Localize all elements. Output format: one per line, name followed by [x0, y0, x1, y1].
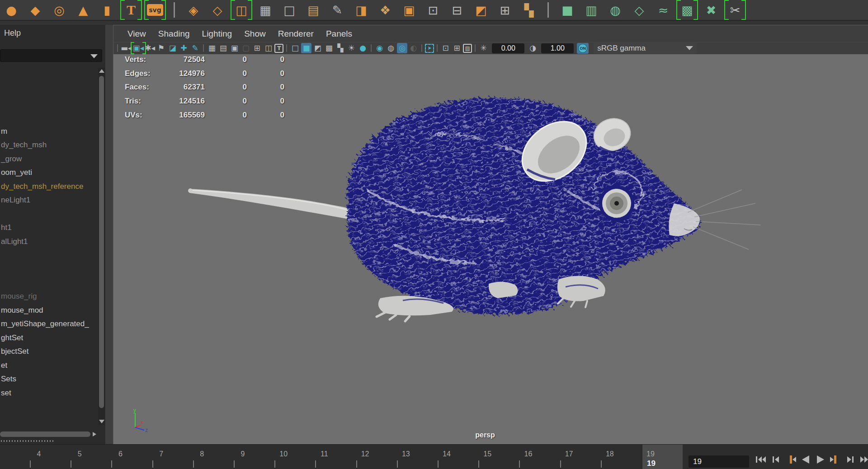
anti-aliasing-button[interactable]: ◎: [397, 43, 407, 53]
scrollbar-thumb[interactable]: [99, 76, 104, 408]
shelf-quill-pen-button[interactable]: ✎: [329, 1, 346, 19]
field-chart-button[interactable]: ⊞: [252, 43, 262, 53]
shelf-tile-squares-button[interactable]: ▚: [520, 1, 538, 19]
shelf-smooth-diamonds-button[interactable]: ❖: [377, 1, 394, 19]
step-forward-key-button[interactable]: [829, 454, 842, 465]
contrast-button[interactable]: ◑: [528, 43, 538, 53]
shelf-poly-cone-button[interactable]: ▲: [75, 1, 92, 19]
shadows-button[interactable]: ●: [358, 43, 368, 53]
time-slider[interactable]: 19 345678910111213141516171819 19: [0, 444, 868, 469]
depth-of-field-button[interactable]: ◐: [408, 43, 419, 53]
scroll-down-icon[interactable]: [99, 420, 104, 423]
outliner-item-ghtset[interactable]: ghtSet: [1, 333, 23, 347]
outliner-item-sets[interactable]: Sets: [1, 375, 16, 388]
film-gate-button[interactable]: ▤: [218, 43, 228, 53]
shelf-extrude-button[interactable]: ◨: [353, 1, 370, 19]
outliner-item-mouse-rig[interactable]: mouse_rig: [1, 292, 37, 305]
shelf-uv-checker-button[interactable]: ▩: [679, 1, 696, 19]
scroll-right-icon[interactable]: [93, 432, 96, 436]
shelf-separate-button[interactable]: ◇: [209, 1, 226, 19]
shelf-uv-plane-button[interactable]: ■: [559, 1, 576, 19]
gamma-field[interactable]: 1.00: [541, 43, 574, 53]
step-back-frame-button[interactable]: [769, 454, 783, 465]
shelf-poly-torus-button[interactable]: ◎: [51, 1, 68, 19]
current-frame-field[interactable]: 19: [689, 455, 749, 468]
motion-blur-button[interactable]: ◍: [386, 43, 396, 53]
shelf-uv-cylinder-button[interactable]: ▥: [583, 1, 600, 19]
exposure-field[interactable]: 0.00: [492, 43, 524, 53]
shelf-uv-sphere-button[interactable]: ◍: [607, 1, 624, 19]
outliner-item-bjectset[interactable]: bjectSet: [1, 347, 28, 361]
viewport-menu-renderer[interactable]: Renderer: [278, 29, 314, 39]
panel-divider[interactable]: [105, 25, 113, 444]
viewport-menu-lighting[interactable]: Lighting: [202, 29, 232, 39]
shelf-multi-cut-button[interactable]: ▦: [257, 1, 274, 19]
shelf-poly-cylinder-button[interactable]: ▮: [99, 1, 116, 19]
isolate-select-button[interactable]: ➤: [425, 44, 434, 53]
step-forward-frame-button[interactable]: [844, 454, 857, 465]
view-transform-dropdown[interactable]: sRGB gamma: [594, 43, 697, 54]
lock-camera-button[interactable]: ▣◂: [133, 43, 144, 53]
step-back-key-button[interactable]: [784, 454, 797, 465]
go-to-end-button[interactable]: [859, 454, 868, 465]
go-to-start-button[interactable]: [754, 454, 768, 465]
pan-zoom-button[interactable]: ✚: [179, 43, 189, 53]
lights-button[interactable]: ☀: [346, 43, 357, 53]
occlusion-button[interactable]: ◉: [374, 43, 385, 53]
outliner-item-mouse-mod[interactable]: mouse_mod: [1, 306, 43, 319]
color-management-toggle-button[interactable]: ON: [577, 43, 589, 54]
outliner-item-allight1[interactable]: alLight1: [1, 237, 28, 251]
panel-resize-grip[interactable]: [1, 440, 55, 442]
outliner-horizontal-scrollbar[interactable]: [0, 431, 105, 438]
compare-layers-button[interactable]: ⊞: [452, 43, 462, 53]
outliner-item-dy-tech-msh[interactable]: dy_tech_msh: [1, 141, 47, 154]
play-forwards-button[interactable]: [814, 454, 827, 465]
viewport-menu-show[interactable]: Show: [244, 29, 266, 39]
viewport-canvas[interactable]: Verts:7250400Edges:12497600Faces:6237100…: [113, 54, 868, 444]
outliner-item-et[interactable]: et: [1, 361, 7, 375]
bookmark-button[interactable]: ⚑: [156, 43, 166, 53]
outliner-item-dy-tech-msh-reference[interactable]: dy_tech_msh_reference: [1, 182, 83, 196]
shelf-cube-prism-button[interactable]: □: [281, 1, 298, 19]
shelf-uv-contour-button[interactable]: ≈: [655, 1, 672, 19]
outliner-item-m[interactable]: m: [1, 127, 7, 141]
shelf-mirror-button[interactable]: ◫: [233, 1, 250, 19]
play-backwards-button[interactable]: [799, 454, 812, 465]
grease-pencil-button[interactable]: ✎: [190, 43, 200, 53]
outliner-vertical-scrollbar[interactable]: [98, 68, 105, 425]
resolution-gate-button[interactable]: ▣: [229, 43, 240, 53]
outliner-item-set[interactable]: set: [1, 389, 11, 402]
camera-attributes-button[interactable]: ✱◂: [145, 43, 155, 53]
scene-layers-button[interactable]: ⊡: [440, 43, 451, 53]
scrollbar-thumb[interactable]: [0, 431, 90, 437]
image-plane-button[interactable]: ◪: [167, 43, 178, 53]
exposure-button[interactable]: ✳: [478, 43, 489, 53]
shelf-type-tool-button[interactable]: T: [123, 1, 140, 19]
shelf-svg-tool-button[interactable]: svg: [146, 1, 164, 19]
viewport-menu-view[interactable]: View: [127, 29, 146, 39]
shelf-combine-button[interactable]: ◈: [185, 1, 202, 19]
safe-action-button[interactable]: ◫: [263, 43, 274, 53]
shelf-uv-cut-button[interactable]: ✂: [726, 1, 744, 19]
outliner-item--grow[interactable]: _grow: [1, 155, 22, 168]
outliner-item-m-yetishape-generated-[interactable]: m_yetiShape_generated_: [1, 319, 89, 333]
use-default-material-button[interactable]: ▚: [335, 43, 345, 53]
shelf-uv-camera-based-button[interactable]: ◇: [631, 1, 648, 19]
shelf-poly-sphere-button[interactable]: ●: [3, 1, 20, 19]
grid-button[interactable]: ▦: [207, 43, 217, 53]
gate-mask-button[interactable]: ▢: [241, 43, 251, 53]
lighting-mode-button[interactable]: ▨: [463, 44, 472, 53]
scroll-up-icon[interactable]: [99, 69, 104, 73]
shelf-quad-fold-button[interactable]: ◩: [472, 1, 490, 19]
shelf-bevel-button[interactable]: ▣: [401, 1, 418, 19]
outliner-item-oom-yeti[interactable]: oom_yeti: [1, 168, 32, 182]
outliner-item-nelight1[interactable]: neLight1: [1, 196, 30, 209]
shelf-remesh-button[interactable]: ▤: [305, 1, 322, 19]
shelf-uv-unfold-button[interactable]: ✖: [703, 1, 720, 19]
shaded-button[interactable]: ■: [301, 43, 311, 53]
wireframe-button[interactable]: □: [290, 43, 300, 53]
viewport-menu-panels[interactable]: Panels: [326, 29, 352, 39]
wireframe-on-shaded-button[interactable]: ◩: [312, 43, 323, 53]
shelf-poly-cube-button[interactable]: ◆: [27, 1, 44, 19]
viewport-menu-shading[interactable]: Shading: [158, 29, 190, 39]
